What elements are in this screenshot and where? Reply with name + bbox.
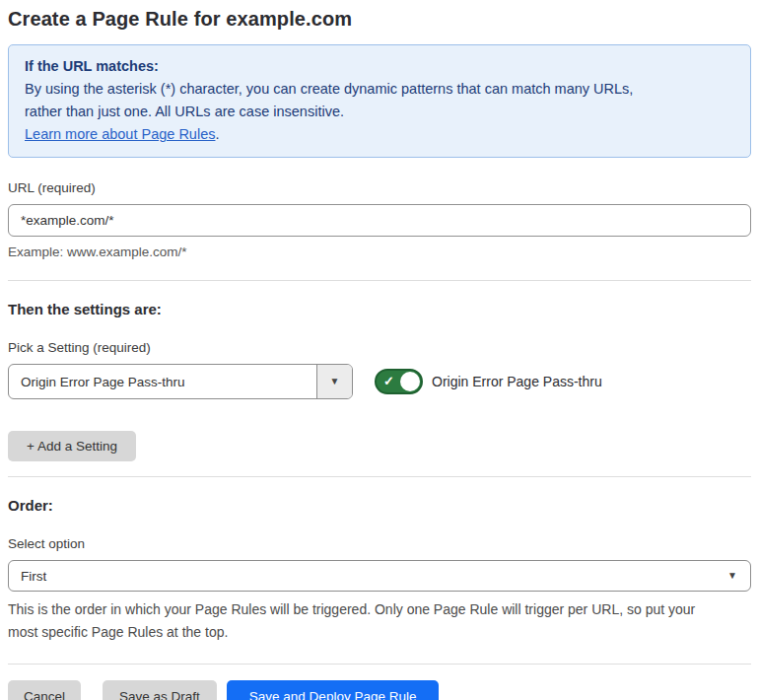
- order-section-heading: Order:: [8, 497, 751, 514]
- setting-select[interactable]: Origin Error Page Pass-thru ▼: [8, 364, 353, 399]
- setting-row: Origin Error Page Pass-thru ▼ ✓ Origin E…: [8, 364, 751, 399]
- settings-section-heading: Then the settings are:: [8, 301, 751, 317]
- setting-select-value: Origin Error Page Pass-thru: [9, 365, 316, 398]
- setting-toggle[interactable]: ✓: [375, 369, 423, 394]
- divider: [8, 280, 751, 281]
- add-setting-button[interactable]: + Add a Setting: [8, 431, 136, 461]
- chevron-down-icon: ▼: [330, 377, 340, 386]
- info-box-body-line-1: By using the asterisk (*) character, you…: [25, 78, 734, 101]
- save-and-deploy-button[interactable]: Save and Deploy Page Rule: [227, 680, 440, 700]
- order-select-label: Select option: [8, 536, 751, 551]
- toggle-label: Origin Error Page Pass-thru: [432, 374, 602, 389]
- divider: [8, 664, 751, 665]
- setting-picker-label: Pick a Setting (required): [8, 340, 751, 355]
- link-suffix: .: [215, 126, 219, 142]
- divider: [8, 476, 751, 477]
- order-helper-line-1: This is the order in which your Page Rul…: [8, 598, 751, 621]
- setting-select-arrow-box: ▼: [316, 365, 352, 398]
- order-helper-line-2: most specific Page Rules at the top.: [8, 621, 751, 644]
- check-icon: ✓: [383, 374, 394, 389]
- order-select-value: First: [9, 569, 750, 584]
- save-as-draft-button[interactable]: Save as Draft: [103, 680, 217, 700]
- info-box-link-line: Learn more about Page Rules.: [25, 123, 734, 146]
- chevron-down-icon: ▼: [727, 571, 737, 581]
- info-box-body-line-2: rather than just one. All URLs are case …: [25, 101, 734, 123]
- page-rule-form: Create a Page Rule for example.com If th…: [0, 8, 759, 700]
- learn-more-link[interactable]: Learn more about Page Rules: [25, 126, 215, 142]
- footer-actions: Cancel Save as Draft Save and Deploy Pag…: [8, 680, 751, 700]
- url-helper-text: Example: www.example.com/*: [8, 245, 751, 259]
- order-select[interactable]: First ▼: [8, 560, 751, 592]
- url-input[interactable]: [8, 204, 751, 237]
- page-title: Create a Page Rule for example.com: [8, 8, 751, 31]
- order-helper-text: This is the order in which your Page Rul…: [8, 598, 751, 644]
- cancel-button[interactable]: Cancel: [8, 680, 81, 700]
- toggle-knob: [400, 372, 420, 391]
- url-match-info-box: If the URL matches: By using the asteris…: [8, 44, 751, 158]
- url-field-label: URL (required): [8, 180, 751, 195]
- info-box-heading: If the URL matches:: [25, 55, 734, 78]
